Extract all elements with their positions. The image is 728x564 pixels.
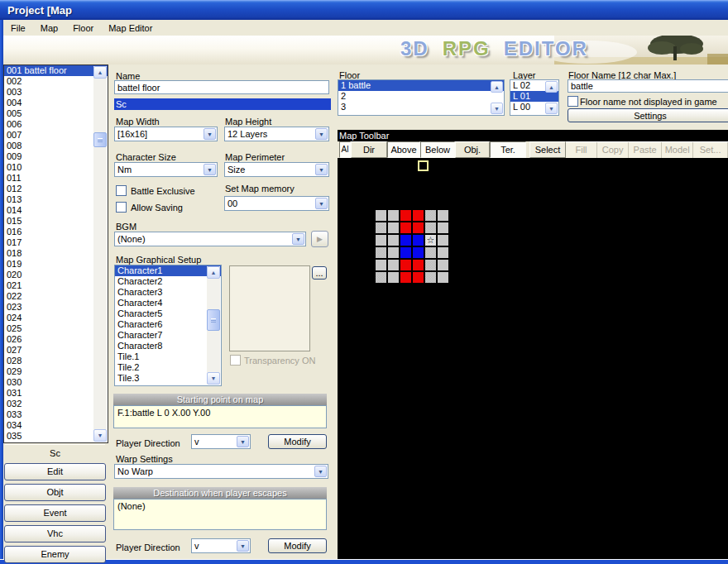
graphical-setup-item[interactable]: Tile.2	[115, 362, 221, 373]
graphical-setup-item[interactable]: Character4	[115, 298, 221, 308]
map-tile[interactable]: ☆	[425, 235, 436, 246]
scroll-down-icon[interactable]: ▼	[93, 429, 107, 442]
toolbar-toggle-above[interactable]: Above	[387, 141, 420, 158]
map-list-item[interactable]: 012	[4, 184, 108, 194]
map-list-item[interactable]: 032	[4, 399, 108, 409]
character-size-select[interactable]: Nm ▼	[114, 162, 218, 177]
map-list-item[interactable]: 034	[4, 420, 108, 431]
chevron-down-icon[interactable]: ▼	[237, 540, 249, 552]
map-list-item[interactable]: 033	[4, 409, 108, 420]
side-button-edit[interactable]: Edit	[4, 463, 106, 480]
map-height-select[interactable]: 12 Layers ▼	[224, 127, 329, 141]
graphical-setup-item[interactable]: Character7	[115, 330, 221, 341]
chevron-down-icon[interactable]: ▼	[204, 164, 216, 175]
menu-item-map[interactable]: Map	[33, 22, 65, 35]
graphical-setup-item[interactable]: Character2	[115, 276, 221, 287]
map-list-item[interactable]: 018	[4, 248, 108, 259]
map-tile[interactable]	[438, 235, 448, 246]
floor-name-input[interactable]	[568, 79, 728, 93]
scroll-thumb[interactable]	[207, 309, 220, 331]
map-tile[interactable]	[376, 210, 386, 221]
side-button-vhc[interactable]: Vhc	[4, 525, 106, 542]
map-list-item[interactable]: 016	[4, 227, 108, 237]
settings-button[interactable]: Settings	[568, 108, 728, 122]
graphical-setup-item[interactable]: Character6	[115, 319, 221, 330]
scroll-down-icon[interactable]: ▼	[207, 372, 220, 385]
map-tile[interactable]	[400, 235, 411, 246]
map-list-item[interactable]: 020	[4, 270, 108, 280]
floor-item[interactable]: 1 battle	[338, 80, 504, 91]
map-tile[interactable]	[400, 247, 411, 258]
map-tile[interactable]	[413, 260, 424, 270]
map-tile[interactable]	[413, 247, 424, 258]
title-bar[interactable]: Project [Map	[0, 0, 728, 20]
name-input[interactable]	[114, 80, 329, 94]
scroll-up-icon[interactable]: ▲	[491, 81, 503, 93]
map-tile[interactable]	[400, 260, 411, 270]
map-list-item[interactable]: 015	[4, 216, 108, 227]
graphical-setup-item[interactable]: Tile.1	[115, 351, 221, 362]
map-list-item[interactable]: 004	[4, 98, 108, 108]
browse-button[interactable]: ...	[312, 266, 327, 280]
map-tile[interactable]	[400, 210, 411, 221]
map-list-item[interactable]: 026	[4, 334, 108, 345]
map-list-item[interactable]: 008	[4, 141, 108, 151]
scroll-up-icon[interactable]: ▲	[93, 66, 107, 79]
map-list-item[interactable]: 027	[4, 345, 108, 356]
map-tile[interactable]	[376, 247, 386, 258]
side-button-event[interactable]: Event	[4, 504, 106, 522]
map-list-item[interactable]: 007	[4, 130, 108, 141]
map-list-item[interactable]: 025	[4, 323, 108, 334]
map-list-item[interactable]: 031	[4, 388, 108, 399]
graphical-setup-item[interactable]: Tile.3	[115, 373, 221, 384]
chevron-down-icon[interactable]: ▼	[315, 164, 328, 175]
chevron-down-icon[interactable]: ▼	[315, 198, 328, 209]
map-list-item[interactable]: 021	[4, 280, 108, 291]
toolbar-toggle-al[interactable]: Al	[339, 141, 351, 158]
map-tile[interactable]	[425, 272, 436, 283]
map-tile[interactable]	[376, 260, 386, 270]
modify2-button[interactable]: Modify	[268, 538, 327, 553]
menu-item-file[interactable]: File	[3, 22, 33, 35]
menu-item-map-editor[interactable]: Map Editor	[101, 22, 160, 35]
map-list-item[interactable]: 003	[4, 87, 108, 98]
map-width-select[interactable]: [16x16] ▼	[114, 127, 218, 141]
map-list-item[interactable]: 005	[4, 108, 108, 119]
map-list-item[interactable]: 013	[4, 194, 108, 205]
map-tile[interactable]	[425, 247, 436, 258]
map-tile[interactable]	[388, 235, 399, 246]
map-perimeter-select[interactable]: Size ▼	[224, 162, 329, 177]
map-tile[interactable]	[438, 260, 448, 270]
toolbar-toggle-below[interactable]: Below	[420, 141, 455, 158]
map-tile[interactable]	[413, 222, 424, 233]
graphical-list-scrollbar[interactable]: ▲ ▼	[207, 266, 220, 385]
battle-exclusive-checkbox[interactable]	[116, 185, 127, 196]
map-tile[interactable]	[425, 210, 436, 221]
side-button-objt[interactable]: Objt	[4, 484, 106, 501]
toolbar-toggle-dir[interactable]: Dir	[351, 141, 387, 158]
map-list-item[interactable]: 006	[4, 119, 108, 130]
chevron-down-icon[interactable]: ▼	[292, 233, 304, 245]
map-tile[interactable]	[388, 260, 399, 270]
chevron-down-icon[interactable]: ▼	[204, 128, 216, 140]
map-tile[interactable]	[413, 235, 424, 246]
map-list-item[interactable]: 022	[4, 291, 108, 302]
scroll-down-icon[interactable]: ▼	[491, 103, 503, 114]
graphical-setup-item[interactable]: Character1	[115, 265, 221, 276]
floor-name-hidden-checkbox[interactable]	[568, 96, 578, 107]
map-tile[interactable]	[376, 222, 386, 233]
map-tile[interactable]	[438, 247, 448, 258]
map-list-item[interactable]: 014	[4, 205, 108, 216]
scroll-up-icon[interactable]: ▲	[545, 81, 558, 93]
allow-saving-checkbox[interactable]	[116, 202, 127, 213]
map-list-item[interactable]: 002	[4, 76, 108, 87]
graphical-setup-item[interactable]: Character8	[115, 341, 221, 351]
scroll-down-icon[interactable]: ▼	[545, 103, 558, 114]
scroll-up-icon[interactable]: ▲	[207, 266, 220, 279]
bgm-select[interactable]: (None) ▼	[114, 232, 306, 246]
map-list-item[interactable]: 029	[4, 366, 108, 377]
player-direction-select[interactable]: v ▼	[191, 434, 251, 449]
toolbar-toggle-obj[interactable]: Obj.	[455, 141, 490, 158]
map-list-item[interactable]: 035	[4, 431, 108, 442]
player-direction2-select[interactable]: v ▼	[191, 538, 251, 553]
